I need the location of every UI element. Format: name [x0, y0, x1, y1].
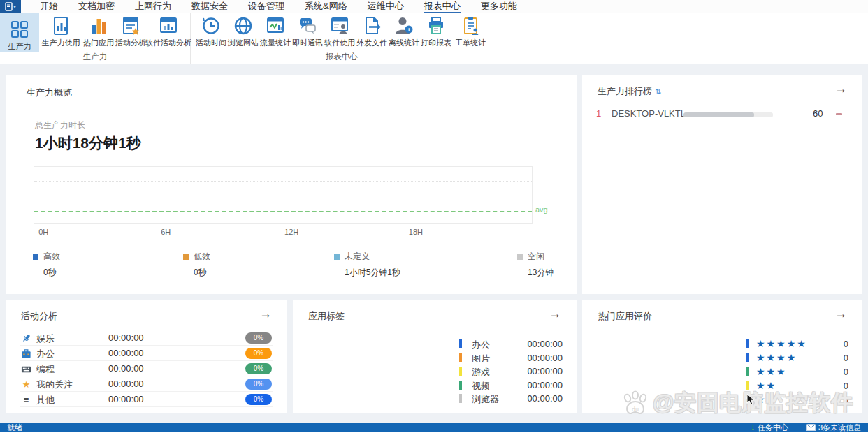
main-content: 生产力概览 总生产力时长 1小时18分钟1秒 avg 0H 6H 12H 18H…	[0, 64, 868, 423]
arrow-right-icon[interactable]: →	[549, 307, 561, 321]
rating-color-bar	[746, 353, 749, 362]
window-user-icon	[329, 15, 350, 36]
stars: ★	[756, 394, 767, 405]
arrow-right-icon[interactable]: →	[834, 82, 847, 96]
ribbon-productivity-usage-button[interactable]: 生产力使用	[39, 13, 82, 52]
rating-row[interactable]: ★★★ 0	[582, 365, 862, 379]
rank-unchanged-icon	[836, 113, 842, 115]
rating-row[interactable]: ★★★★ 0	[582, 351, 862, 365]
ribbon-item-label: 活动分析	[115, 38, 146, 48]
rating-count: 0	[844, 339, 848, 349]
tag-color-bar	[459, 367, 462, 376]
tag-row[interactable]: 图片 00:00:00	[293, 351, 577, 365]
tab-system-network[interactable]: 系统&网络	[304, 0, 348, 13]
ribbon-traffic-stats-button[interactable]: 流量统计	[259, 13, 291, 52]
ribbon-print-report-button[interactable]: 打印报表	[420, 13, 452, 52]
download-arrow-icon: ↓	[751, 423, 755, 432]
chat-bubbles-icon	[297, 15, 318, 36]
tab-ops-center[interactable]: 运维中心	[367, 0, 405, 13]
tab-report-center[interactable]: 报表中心	[424, 0, 461, 13]
printer-icon	[426, 15, 447, 36]
ribbon-activity-analysis-button[interactable]: 活动分析	[115, 13, 147, 52]
tag-row[interactable]: 办公 00:00:00	[293, 337, 577, 351]
x-tick: 0H	[38, 228, 48, 236]
rating-count: 0	[844, 381, 848, 391]
panel-title: 应用标签	[308, 310, 345, 323]
panel-app-tags: 应用标签 → 办公 00:00:00 图片 00:00:00 游戏 00:00:…	[293, 300, 577, 413]
arrow-right-icon[interactable]: →	[259, 307, 272, 321]
activity-row[interactable]: 办公 00:00:00 0%	[20, 346, 273, 361]
tag-color-bar	[459, 394, 462, 403]
tab-web-behavior[interactable]: 上网行为	[134, 0, 172, 13]
tag-time: 00:00:00	[527, 339, 563, 349]
clock-icon	[201, 15, 222, 36]
app-menu-button[interactable]: ▾	[0, 0, 21, 13]
stars: ★★	[756, 380, 776, 391]
ribbon-activity-time-button[interactable]: 活动时间	[195, 13, 227, 52]
percent-badge: 0%	[245, 394, 272, 405]
activity-row[interactable]: 娱乐 00:00:00 0%	[20, 330, 273, 346]
ranking-row[interactable]: 1 DESKTOP-VLKTL... 60	[582, 108, 862, 124]
rating-row[interactable]: ★ 0	[582, 393, 862, 407]
ribbon-productivity-button[interactable]: 生产力	[0, 13, 39, 52]
ribbon-item-label: 生产力	[8, 41, 31, 52]
ribbon-offline-stats-button[interactable]: i 离线统计	[388, 13, 420, 52]
tag-row[interactable]: 游戏 00:00:00	[293, 365, 577, 379]
ribbon-im-button[interactable]: 即时通讯	[291, 13, 324, 52]
chevron-down-icon: ▾	[13, 4, 16, 9]
ribbon-item-label: 工单统计	[455, 38, 486, 48]
x-tick: 18H	[409, 228, 423, 236]
panel-title: 生产力排行榜⇅	[598, 85, 661, 98]
ribbon-hot-apps-button[interactable]: 热门应用	[82, 13, 115, 52]
tab-doc-encrypt[interactable]: 文档加密	[78, 0, 115, 13]
tag-row[interactable]: 视频 00:00:00	[293, 379, 577, 392]
progress-fill	[683, 112, 754, 117]
ribbon-item-label: 软件使用	[324, 38, 355, 48]
ribbon-outgoing-files-button[interactable]: 外发文件	[356, 13, 388, 52]
unread-messages-button[interactable]: 3条未读信息	[806, 423, 861, 433]
doc-arrow-icon	[361, 15, 382, 36]
stars: ★★★	[756, 366, 787, 377]
activity-time: 00:00:00	[108, 348, 144, 358]
activity-time: 00:00:00	[108, 379, 144, 389]
unread-messages-label: 3条未读信息	[818, 423, 861, 433]
percent-badge: 0%	[245, 363, 272, 374]
legend-swatch	[183, 254, 189, 260]
rating-count: 0	[844, 367, 848, 377]
activity-row[interactable]: 编程 00:00:00 0%	[20, 361, 273, 376]
rating-color-bar	[746, 367, 749, 376]
tab-device-mgmt[interactable]: 设备管理	[247, 0, 285, 13]
activity-time: 00:00:00	[108, 394, 144, 404]
tab-start[interactable]: 开始	[39, 0, 59, 13]
percent-badge: 0%	[245, 332, 272, 344]
panel-activity-analysis: 活动分析 → 娱乐 00:00:00 0% 办公 00:00:00 0% 编程 …	[6, 300, 287, 413]
stars: ★★★★	[756, 352, 797, 363]
tab-more-features[interactable]: 更多功能	[480, 0, 518, 13]
task-center-button[interactable]: ↓ 任务中心	[751, 423, 788, 433]
star-icon: ★	[21, 379, 31, 390]
legend-swatch	[33, 254, 38, 260]
device-name: DESKTOP-VLKTL...	[612, 108, 693, 119]
ribbon-item-label: 活动时间	[196, 38, 226, 48]
activity-time: 00:00:00	[108, 363, 144, 374]
ribbon-work-order-button[interactable]: 工单统计	[452, 13, 489, 52]
gridline	[34, 181, 532, 182]
panel-productivity-overview: 生产力概览 总生产力时长 1小时18分钟1秒 avg 0H 6H 12H 18H…	[6, 75, 577, 294]
panel-title: 热门应用评价	[598, 310, 652, 323]
tag-label: 浏览器	[472, 393, 499, 406]
doc-star-icon	[120, 15, 141, 36]
productivity-grid-icon	[9, 19, 30, 40]
tag-time: 00:00:00	[527, 366, 563, 376]
rating-row[interactable]: ★★★★★ 0	[582, 337, 862, 351]
activity-row[interactable]: ≡ 其他 00:00:00 0%	[20, 392, 273, 407]
ribbon-software-activity-button[interactable]: 软件活动分析	[147, 13, 190, 52]
activity-row[interactable]: ★ 我的关注 00:00:00 0%	[20, 376, 273, 392]
rating-row[interactable]: ★★ 0	[582, 379, 862, 393]
tag-row[interactable]: 浏览器 00:00:00	[293, 392, 577, 406]
sort-icon[interactable]: ⇅	[655, 87, 661, 96]
ribbon-browse-website-button[interactable]: 浏览网站	[227, 13, 259, 52]
tab-data-security[interactable]: 数据安全	[191, 0, 229, 13]
activity-label: 娱乐	[36, 332, 55, 345]
ribbon-software-usage-button[interactable]: 软件使用	[324, 13, 356, 52]
arrow-right-icon[interactable]: →	[834, 307, 847, 321]
